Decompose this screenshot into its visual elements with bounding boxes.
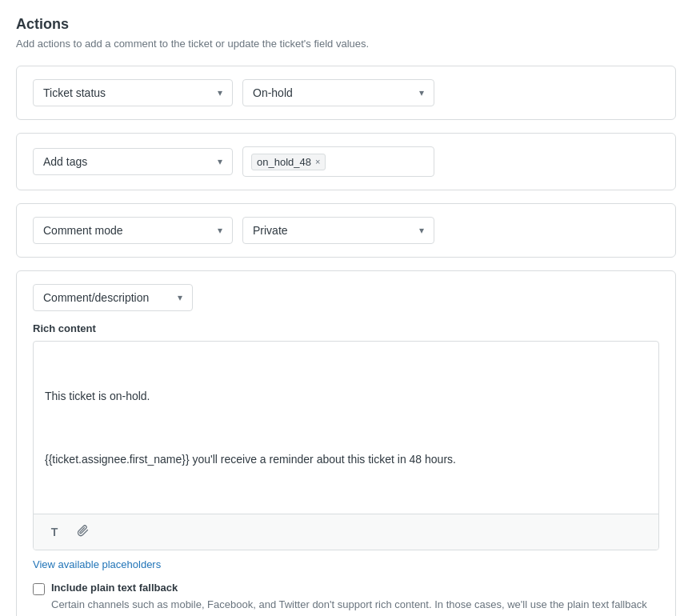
attachment-icon bbox=[77, 524, 90, 540]
ticket-status-type-dropdown[interactable]: Ticket status ▾ bbox=[33, 79, 233, 106]
comment-mode-type-label: Comment mode bbox=[43, 224, 123, 237]
toolbar-attachment-button[interactable] bbox=[72, 521, 94, 543]
comment-desc-type-chevron: ▾ bbox=[178, 292, 182, 303]
plain-text-fallback-label-block: Include plain text fallback Certain chan… bbox=[51, 582, 647, 613]
page-subtitle: Add actions to add a comment to the tick… bbox=[16, 38, 676, 50]
add-tags-type-dropdown[interactable]: Add tags ▾ bbox=[33, 148, 233, 175]
comment-mode-type-dropdown[interactable]: Comment mode ▾ bbox=[33, 217, 233, 244]
rich-content-label: Rich content bbox=[33, 322, 659, 334]
tag-remove-icon[interactable]: × bbox=[315, 157, 320, 166]
ticket-status-value-label: On-hold bbox=[253, 86, 293, 99]
placeholders-link[interactable]: View available placeholders bbox=[33, 558, 161, 570]
plain-text-fallback-desc: Certain channels such as mobile, Faceboo… bbox=[51, 597, 647, 613]
comment-desc-type-label: Comment/description bbox=[43, 291, 149, 304]
rich-text-editor: This ticket is on-hold. {{ticket.assigne… bbox=[33, 341, 659, 550]
comment-mode-row: Comment mode ▾ Private ▾ bbox=[33, 217, 659, 244]
ticket-status-value-dropdown[interactable]: On-hold ▾ bbox=[242, 79, 434, 106]
text-format-icon: T bbox=[51, 526, 58, 538]
add-tags-card: Add tags ▾ on_hold_48 × bbox=[16, 133, 676, 190]
comment-description-card: Comment/description ▾ Rich content This … bbox=[16, 270, 676, 616]
add-tags-type-label: Add tags bbox=[43, 155, 87, 168]
ticket-status-type-chevron: ▾ bbox=[218, 87, 222, 98]
rich-text-line2: {{ticket.assignee.first_name}} you'll re… bbox=[45, 450, 647, 468]
ticket-status-card: Ticket status ▾ On-hold ▾ bbox=[16, 66, 676, 120]
ticket-status-row: Ticket status ▾ On-hold ▾ bbox=[33, 79, 659, 106]
plain-text-fallback-row: Include plain text fallback Certain chan… bbox=[33, 582, 659, 613]
tags-input-field[interactable]: on_hold_48 × bbox=[242, 146, 434, 177]
page-title: Actions bbox=[16, 16, 676, 33]
comment-desc-type-dropdown[interactable]: Comment/description ▾ bbox=[33, 284, 193, 311]
rich-text-line1: This ticket is on-hold. bbox=[45, 387, 647, 405]
tag-chip-label: on_hold_48 bbox=[257, 156, 311, 168]
ticket-status-value-chevron: ▾ bbox=[419, 87, 424, 98]
comment-mode-value-chevron: ▾ bbox=[419, 225, 424, 236]
rich-text-content-area[interactable]: This ticket is on-hold. {{ticket.assigne… bbox=[34, 342, 658, 514]
comment-mode-value-label: Private bbox=[253, 224, 288, 237]
comment-desc-row: Comment/description ▾ bbox=[33, 284, 659, 311]
ticket-status-type-label: Ticket status bbox=[43, 86, 106, 99]
plain-text-fallback-title: Include plain text fallback bbox=[51, 582, 647, 594]
toolbar-text-button[interactable]: T bbox=[43, 521, 66, 543]
comment-mode-type-chevron: ▾ bbox=[218, 225, 222, 236]
add-tags-row: Add tags ▾ on_hold_48 × bbox=[33, 146, 659, 177]
comment-mode-value-dropdown[interactable]: Private ▾ bbox=[242, 217, 434, 244]
comment-mode-card: Comment mode ▾ Private ▾ bbox=[16, 203, 676, 258]
plain-text-fallback-checkbox[interactable] bbox=[33, 583, 45, 595]
tag-chip: on_hold_48 × bbox=[251, 154, 326, 170]
rich-text-toolbar: T bbox=[34, 514, 658, 550]
add-tags-type-chevron: ▾ bbox=[218, 156, 222, 167]
